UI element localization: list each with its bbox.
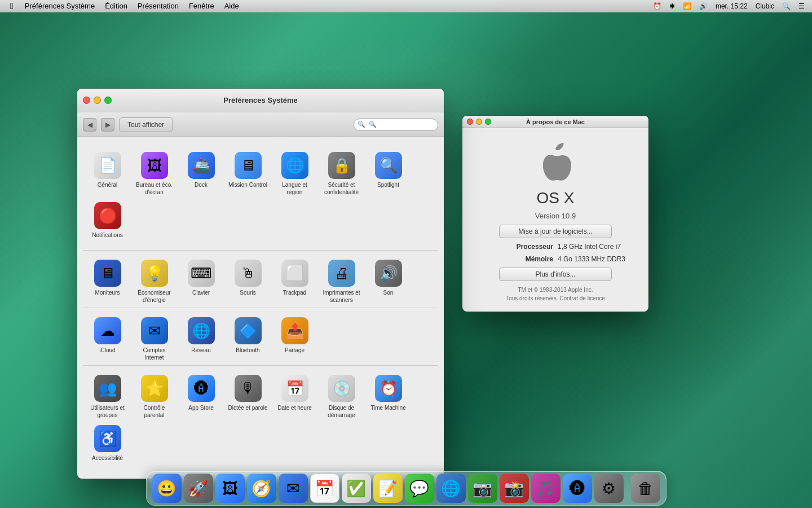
dock-item-finder[interactable]: 😀 (152, 474, 182, 503)
dock-background: 😀🚀🖼🧭✉📅✅📝💬🌐📷📸🎵🅐⚙🗑 (146, 471, 667, 506)
menu-presentation[interactable]: Présentation (133, 0, 183, 12)
pref-item-securite[interactable]: 🔒Sécurité et confidentialité (319, 147, 364, 195)
pref-item-accessibilite[interactable]: ♿Accessibilité (85, 421, 130, 468)
pref-item-trackpad[interactable]: ⬜Trackpad (272, 255, 317, 303)
dock-item-launchpad[interactable]: 🚀 (184, 474, 213, 503)
dock-item-messages[interactable]: 💬 (405, 474, 434, 503)
dock-item-mail[interactable]: ✉ (279, 474, 308, 503)
general-label: Général (98, 181, 118, 189)
pref-item-langue[interactable]: 🌐Langue et région (272, 147, 317, 195)
mise-a-jour-button[interactable]: Mise à jour de logiciels... (499, 225, 612, 238)
pref-item-moniteurs[interactable]: 🖥Moniteurs (85, 255, 130, 303)
menubar-search-icon[interactable]: 🔍 (779, 2, 793, 10)
pref-item-clavier[interactable]: ⌨Clavier (179, 255, 223, 303)
forward-button[interactable]: ▶ (101, 118, 114, 132)
tout-afficher-button[interactable]: Tout afficher (119, 117, 173, 132)
menubar-wifi-icon[interactable]: 📶 (680, 2, 694, 10)
dock-item-photos[interactable]: 🖼 (215, 474, 245, 503)
pref-item-date[interactable]: 📅Date et heure (272, 370, 317, 418)
bluetooth-icon: 🔷 (235, 317, 262, 344)
dock-item-facetime[interactable]: 📷 (468, 474, 497, 503)
economiseur-icon: 💡 (141, 260, 168, 287)
comptes-label: Comptes Internet (134, 347, 174, 361)
menubar-list-icon[interactable]: ☰ (796, 2, 807, 10)
pref-item-bluetooth[interactable]: 🔷Bluetooth (226, 313, 270, 361)
menubar-left:  Préférences Système Édition Présentati… (0, 0, 244, 12)
timemachine-icon: ⏰ (375, 375, 402, 402)
menu-edition[interactable]: Édition (100, 0, 132, 12)
pref-item-icloud[interactable]: ☁iCloud (85, 313, 130, 361)
pref-item-mission[interactable]: 🖥Mission Control (226, 147, 270, 195)
close-button[interactable] (83, 97, 90, 104)
pref-item-timemachine[interactable]: ⏰Time Machine (366, 370, 411, 418)
plus-dinfos-button[interactable]: Plus d'infos... (499, 268, 612, 281)
bureau-label: Bureau et éco. d'écran (134, 181, 174, 196)
apropos-minimize-button[interactable] (476, 119, 482, 125)
apropos-close-button[interactable] (467, 119, 473, 125)
maximize-button[interactable] (104, 97, 112, 104)
search-field[interactable]: 🔍 (354, 119, 438, 131)
pref-item-utilisateurs[interactable]: 👥Utilisateurs et groupes (85, 370, 130, 418)
mission-icon: 🖥 (235, 152, 262, 179)
apple-menu[interactable]:  (5, 0, 19, 12)
mission-label: Mission Control (228, 181, 267, 189)
copyright-text: TM et © 1983-2013 Apple Inc.Tous droits … (506, 286, 605, 303)
menubar-bluetooth-icon[interactable]: ✱ (667, 2, 678, 10)
dock-item-iphoto[interactable]: 📸 (500, 474, 529, 503)
menu-fenetre[interactable]: Fenêtre (184, 0, 219, 12)
pref-item-disque[interactable]: 💿Disque de démarrage (319, 370, 364, 418)
spotlight-label: Spotlight (377, 181, 399, 189)
pref-item-dock[interactable]: 🚢Dock (179, 147, 223, 195)
dictee-label: Dictée et parole (228, 404, 267, 411)
economiseur-label: Économiseur d'énergie (134, 289, 174, 304)
dock-item-reminders[interactable]: ✅ (342, 474, 371, 503)
pref-item-son[interactable]: 🔊Son (366, 255, 411, 303)
pref-item-controle[interactable]: ⭐Contrôle parental (132, 370, 176, 418)
pref-item-spotlight[interactable]: 🔍Spotlight (366, 147, 411, 195)
dock-item-trash[interactable]: 🗑 (631, 474, 660, 503)
dock-item-itunes[interactable]: 🎵 (531, 474, 561, 503)
pref-item-notifications[interactable]: 🔴Notifications (85, 198, 130, 246)
dock-item-appstore[interactable]: 🅐 (563, 474, 592, 503)
memoire-row: Mémoire 4 Go 1333 MHz DDR3 (474, 255, 637, 263)
son-label: Son (383, 289, 394, 296)
general-icon: 📄 (94, 152, 121, 179)
prefs-content: 📄Général🖼Bureau et éco. d'écran🚢Dock🖥Mis… (77, 137, 444, 479)
disque-icon: 💿 (328, 375, 355, 402)
apropos-maximize-button[interactable] (485, 119, 491, 125)
bureau-icon: 🖼 (141, 152, 168, 179)
comptes-icon: ✉ (141, 317, 168, 344)
pref-item-comptes[interactable]: ✉Comptes Internet (132, 313, 176, 361)
pref-item-souris[interactable]: 🖱Souris (226, 255, 270, 303)
pref-item-bureau[interactable]: 🖼Bureau et éco. d'écran (132, 147, 176, 195)
pref-item-appstore[interactable]: 🅐App Store (179, 370, 223, 418)
processeur-label: Processeur (474, 243, 553, 251)
preferences-systeme-window: Préférences Système ◀ ▶ Tout afficher 🔍 … (77, 89, 444, 479)
dock-item-calendar[interactable]: 📅 (310, 474, 339, 503)
menubar-volume-icon[interactable]: 🔊 (696, 2, 710, 10)
pref-item-general[interactable]: 📄Général (85, 147, 130, 195)
notifications-icon: 🔴 (94, 202, 121, 229)
icloud-icon: ☁ (94, 317, 121, 344)
pref-item-partage[interactable]: 📤Partage (272, 313, 317, 361)
pref-item-economiseur[interactable]: 💡Économiseur d'énergie (132, 255, 176, 303)
prefs-section-1: 📄Général🖼Bureau et éco. d'écran🚢Dock🖥Mis… (83, 143, 438, 251)
dock-label: Dock (195, 181, 208, 189)
menu-preferences-systeme[interactable]: Préférences Système (20, 0, 99, 12)
pref-item-imprimantes[interactable]: 🖨Imprimantes et scanners (319, 255, 364, 303)
pref-item-reseau[interactable]: 🌐Réseau (179, 313, 223, 361)
dock-item-notes[interactable]: 📝 (373, 474, 403, 503)
dock-item-safari[interactable]: 🧭 (247, 474, 276, 503)
dock-item-sysprefs[interactable]: ⚙ (594, 474, 624, 503)
apple-logo (533, 139, 578, 185)
dock-item-globe[interactable]: 🌐 (436, 474, 466, 503)
partage-icon: 📤 (281, 317, 308, 344)
back-button[interactable]: ◀ (83, 118, 96, 132)
dock-separator (627, 480, 628, 503)
menu-aide[interactable]: Aide (220, 0, 244, 12)
minimize-button[interactable] (94, 97, 101, 104)
trackpad-icon: ⬜ (281, 260, 308, 287)
son-icon: 🔊 (375, 260, 402, 287)
pref-item-dictee[interactable]: 🎙Dictée et parole (226, 370, 270, 418)
prefs-section-2: 🖥Moniteurs💡Économiseur d'énergie⌨Clavier… (83, 251, 438, 308)
